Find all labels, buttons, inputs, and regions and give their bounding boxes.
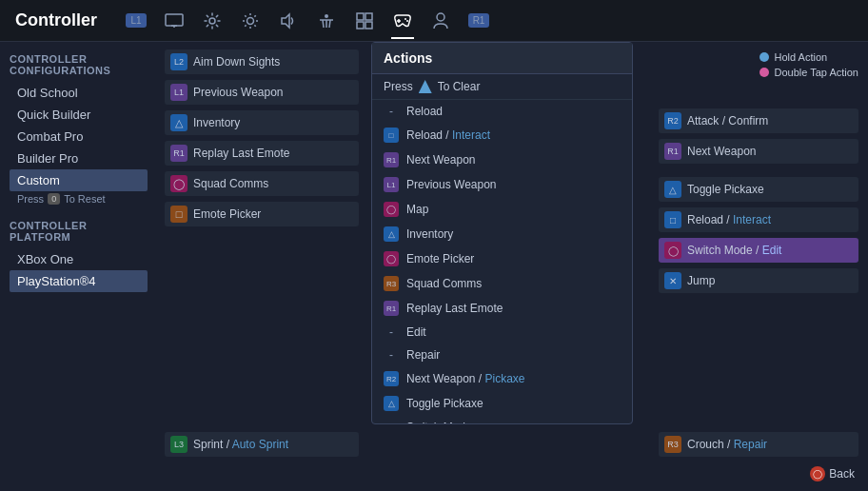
svg-line-11 [245, 25, 246, 26]
binding-label: Replay Last Emote [193, 147, 353, 160]
triangle-clear-icon [419, 80, 432, 93]
platform-ps4[interactable]: PlayStation®4 [10, 270, 148, 292]
binding-squad-comms[interactable]: ◯ Squad Comms [165, 171, 359, 196]
R2-di-icon: R2 [384, 371, 399, 386]
svg-marker-13 [282, 14, 289, 28]
config-old-school[interactable]: Old School [10, 82, 148, 104]
svg-point-24 [437, 13, 444, 21]
legend: Hold Action Double Tap Action [760, 51, 858, 78]
platform-xbox[interactable]: XBox One [10, 248, 148, 270]
binding-toggle-pickaxe-right[interactable]: △ Toggle Pickaxe [659, 177, 858, 202]
config-list: Old School Quick Builder Combat Pro Buil… [10, 82, 148, 206]
circle-di-icon2: ◯ [384, 251, 399, 266]
binding-alt-sprint: Auto Sprint [232, 438, 288, 451]
legend-hold: Hold Action [760, 51, 858, 63]
R3-right-icon: R3 [664, 436, 681, 453]
svg-point-3 [209, 18, 215, 24]
svg-rect-18 [357, 22, 364, 29]
tap-label: Double Tap Action [775, 67, 858, 78]
accessibility-icon[interactable] [316, 10, 337, 31]
hold-dot [760, 52, 769, 62]
triangle-di-icon: △ [384, 226, 399, 242]
dropdown-item-squad-comms[interactable]: R3 Squad Comms [372, 271, 632, 296]
grid-icon[interactable] [354, 10, 375, 31]
binding-aim-down-sights[interactable]: L2 Aim Down Sights [165, 49, 359, 74]
binding-inventory[interactable]: △ Inventory [165, 110, 359, 135]
square-icon-left: □ [170, 206, 187, 223]
back-button[interactable]: ◯ Back [810, 466, 855, 481]
dropdown-item-repair[interactable]: - Repair [372, 344, 632, 366]
monitor-icon[interactable] [164, 10, 185, 31]
binding-label: Inventory [193, 116, 353, 129]
config-combat-pro[interactable]: Combat Pro [10, 126, 148, 147]
controller-icon[interactable] [392, 10, 413, 31]
header: Controller L1 R1 [0, 0, 868, 42]
R1-icon-left: R1 [170, 145, 187, 162]
dropdown-item-map[interactable]: ◯ Map [372, 197, 632, 222]
hold-label: Hold Action [775, 51, 828, 63]
gear-icon[interactable] [202, 10, 223, 31]
back-circle-icon: ◯ [810, 466, 825, 481]
binding-label: Aim Down Sights [193, 55, 353, 69]
binding-jump-right[interactable]: ✕ Jump [659, 268, 858, 293]
right-bindings: R2 Attack / Confirm R1 Next Weapon △ Tog… [659, 108, 858, 293]
square-right-icon: □ [664, 211, 681, 228]
dropdown-item-reload[interactable]: - Reload [372, 100, 632, 123]
svg-line-10 [254, 25, 255, 26]
square-icon: □ [384, 128, 399, 143]
binding-reload-interact-right[interactable]: □ Reload / Interact [659, 207, 858, 232]
user-icon[interactable] [430, 10, 451, 31]
dropdown-item-emote-picker[interactable]: ◯ Emote Picker [372, 246, 632, 271]
circle-right-icon: ◯ [664, 242, 681, 259]
circle-di-icon: ◯ [384, 202, 399, 217]
dropdown-item-toggle-pickaxe[interactable]: △ Toggle Pickaxe [372, 391, 632, 416]
binding-label: Emote Picker [193, 207, 353, 221]
binding-label: Squad Comms [193, 177, 353, 190]
triangle-icon: △ [170, 114, 187, 131]
brightness-icon[interactable] [240, 10, 261, 31]
dropdown-item-previous-weapon[interactable]: L1 Previous Weapon [372, 172, 632, 197]
L1-icon: L1 [170, 84, 187, 101]
tap-dot [760, 68, 769, 77]
config-custom[interactable]: Custom [10, 169, 148, 191]
svg-rect-17 [365, 13, 372, 20]
binding-next-weapon-right[interactable]: R1 Next Weapon [659, 139, 858, 164]
speaker-icon[interactable] [278, 10, 299, 31]
binding-sprint[interactable]: L3 Sprint / Auto Sprint [165, 432, 359, 457]
reset-badge: 0 [48, 193, 60, 205]
L1-badge[interactable]: L1 [126, 10, 147, 31]
binding-attack-confirm[interactable]: R2 Attack / Confirm [659, 108, 858, 133]
platform-title: Controller Platform [10, 220, 148, 243]
dropdown-item-switch-mode[interactable]: - Switch Mode [372, 416, 632, 423]
svg-rect-16 [357, 13, 364, 20]
binding-emote-picker[interactable]: □ Emote Picker [165, 202, 359, 226]
binding-replay-last-emote[interactable]: R1 Replay Last Emote [165, 141, 359, 166]
dropdown-list: - Reload □ Reload / Interact R1 Next Wea… [372, 100, 632, 423]
triangle-right-icon: △ [664, 181, 681, 198]
dropdown-item-reload-interact[interactable]: □ Reload / Interact [372, 123, 632, 147]
svg-point-14 [325, 14, 328, 18]
header-icons: L1 R1 [126, 10, 489, 31]
config-quick-builder[interactable]: Quick Builder [10, 104, 148, 126]
dropdown-item-next-pickaxe[interactable]: R2 Next Weapon / Pickaxe [372, 366, 632, 391]
dropdown-item-edit[interactable]: - Edit [372, 321, 632, 344]
cross-right-icon: ✕ [664, 272, 681, 289]
dropdown-item-next-weapon[interactable]: R1 Next Weapon [372, 147, 632, 172]
dropdown-subheader: Press To Clear [372, 74, 632, 100]
configs-title: Controller Configurations [10, 53, 148, 76]
back-label: Back [829, 467, 855, 481]
R1-badge[interactable]: R1 [468, 10, 489, 31]
R3-di-icon: R3 [384, 276, 399, 291]
config-builder-pro[interactable]: Builder Pro [10, 147, 148, 169]
svg-point-23 [406, 20, 408, 22]
binding-switch-mode-right[interactable]: ◯ Switch Mode / Edit [659, 238, 858, 263]
R1-right-icon: R1 [664, 143, 681, 160]
dropdown-item-inventory[interactable]: △ Inventory [372, 222, 632, 246]
dropdown-item-replay[interactable]: R1 Replay Last Emote [372, 296, 632, 321]
binding-previous-weapon[interactable]: L1 Previous Weapon [165, 80, 359, 105]
R2-right-icon: R2 [664, 112, 681, 129]
L3-icon: L3 [170, 436, 187, 453]
binding-crouch[interactable]: R3 Crouch / Repair [659, 432, 858, 457]
binding-label: Previous Weapon [193, 86, 353, 99]
middle-area: L2 Aim Down Sights L1 Previous Weapon △ … [157, 42, 649, 491]
